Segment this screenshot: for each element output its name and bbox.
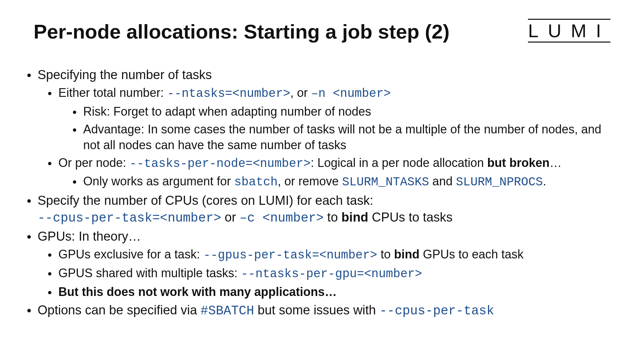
bullet-gpus: GPUs: In theory… GPUs exclusive for a ta… (38, 228, 610, 300)
text: , or (290, 86, 311, 100)
text: Only works as argument for (83, 174, 234, 188)
bullet-cpus: Specify the number of CPUs (cores on LUM… (38, 192, 610, 226)
code-gpus-per-task: --gpus-per-task=<number> (203, 248, 377, 262)
slide-title: Per-node allocations: Starting a job ste… (34, 20, 610, 43)
text: Specify the number of CPUs (cores on LUM… (38, 193, 373, 207)
text: Risk: Forget to adapt when adapting numb… (83, 105, 371, 118)
bold-bind-cpu: bind (341, 210, 368, 224)
bullet-options-sbatch: Options can be specified via #SBATCH but… (38, 302, 610, 319)
code-tasks-per-node: --tasks-per-node=<number> (129, 157, 311, 171)
code-slurm-ntasks: SLURM_NTASKS (342, 175, 429, 189)
text: GPUs exclusive for a task: (58, 247, 203, 261)
code-ntasks: --ntasks=<number> (167, 87, 290, 101)
text: , or remove (278, 174, 342, 188)
text: to (324, 210, 341, 224)
text: : Logical in a per node allocation (311, 156, 487, 170)
code-n: –n <number> (311, 87, 391, 101)
text: GPUs: In theory… (38, 229, 141, 243)
text: Either total number: (58, 86, 167, 100)
code-sbatch: sbatch (234, 175, 278, 189)
bold-broken: but broken (487, 156, 550, 170)
text: or (221, 210, 239, 224)
bullet-risk: Risk: Forget to adapt when adapting numb… (83, 104, 610, 120)
bold-bind-gpu: bind (394, 247, 420, 261)
code-hash-sbatch: #SBATCH (201, 304, 254, 318)
text: … (550, 156, 562, 170)
bullet-ntasks-per-gpu: GPUS shared with multiple tasks: --ntask… (58, 265, 610, 282)
bullet-advantage: Advantage: In some cases the number of t… (83, 122, 610, 153)
text: to (377, 247, 394, 261)
text: CPUs to tasks (368, 210, 452, 224)
slide: LUMI Per-node allocations: Starting a jo… (0, 0, 644, 362)
bold-does-not-work: But this does not work with many applica… (58, 285, 337, 299)
code-slurm-nprocs: SLURM_NPROCS (456, 175, 543, 189)
code-cpus-per-task: --cpus-per-task=<number> (38, 211, 221, 225)
bullet-list: Specifying the number of tasks Either to… (34, 67, 610, 319)
code-c: –c <number> (239, 211, 324, 225)
bullet-gpus-per-task: GPUs exclusive for a task: --gpus-per-ta… (58, 247, 610, 263)
text: and (429, 174, 456, 188)
text: Advantage: In some cases the number of t… (83, 122, 601, 152)
code-cpus-per-task-2: --cpus-per-task (379, 304, 494, 318)
text: Or per node: (58, 156, 129, 170)
text: GPUs to each task (420, 247, 524, 261)
lumi-logo: LUMI (528, 19, 610, 43)
bullet-sbatch-only: Only works as argument for sbatch, or re… (83, 174, 610, 190)
bullet-tasks: Specifying the number of tasks Either to… (38, 67, 610, 190)
text: Options can be specified via (38, 303, 201, 317)
text: Specifying the number of tasks (38, 68, 212, 82)
code-ntasks-per-gpu: --ntasks-per-gpu=<number> (241, 267, 422, 281)
lumi-logo-text: LUMI (528, 20, 610, 41)
bullet-per-node: Or per node: --tasks-per-node=<number>: … (58, 155, 610, 191)
text: . (543, 174, 546, 188)
text: but some issues with (254, 303, 379, 317)
text: GPUS shared with multiple tasks: (58, 266, 241, 280)
bullet-does-not-work: But this does not work with many applica… (58, 284, 610, 300)
bullet-total-tasks: Either total number: --ntasks=<number>, … (58, 85, 610, 153)
